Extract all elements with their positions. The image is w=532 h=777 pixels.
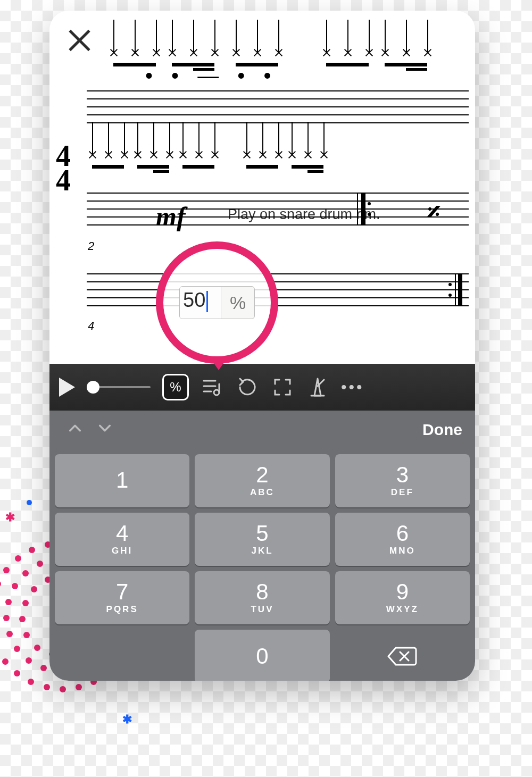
tempo-input-group: 50 % xyxy=(179,286,255,319)
svg-point-26 xyxy=(26,657,32,664)
svg-point-13 xyxy=(44,684,50,690)
svg-point-32 xyxy=(22,600,29,606)
keypad-delete[interactable] xyxy=(335,630,470,681)
svg-point-34 xyxy=(23,632,30,638)
keypad-2[interactable]: 2ABC xyxy=(195,454,329,507)
playback-toolbar: % ••• xyxy=(49,364,475,411)
svg-point-3 xyxy=(15,555,21,562)
svg-point-11 xyxy=(14,670,20,676)
svg-point-22 xyxy=(5,599,12,605)
svg-point-15 xyxy=(76,684,82,690)
svg-point-27 xyxy=(40,665,47,671)
svg-point-33 xyxy=(19,616,26,622)
prev-field-button[interactable] xyxy=(62,417,88,442)
tempo-percent-button[interactable]: % xyxy=(162,374,189,400)
tempo-popover-highlight: 50 % xyxy=(156,241,278,364)
ornament-marks: • • — • • xyxy=(145,64,475,85)
svg-point-2 xyxy=(29,547,35,553)
simile-mark: 𝄎 xyxy=(427,197,437,228)
keyboard-done-button[interactable]: Done xyxy=(422,421,462,439)
playlist-icon[interactable] xyxy=(201,375,224,399)
svg-point-4 xyxy=(3,567,10,573)
popover-pointer xyxy=(209,356,228,370)
staff-line-2: 𝄎 xyxy=(87,193,469,225)
metronome-icon[interactable] xyxy=(306,375,329,399)
fullscreen-icon[interactable] xyxy=(271,375,294,399)
svg-point-24 xyxy=(6,631,13,637)
measure-number: 4 xyxy=(88,319,94,333)
loop-icon[interactable] xyxy=(236,375,259,399)
tempo-unit-label: % xyxy=(221,287,254,319)
keypad-6[interactable]: 6MNO xyxy=(335,513,470,566)
keypad-7[interactable]: 7PQRS xyxy=(55,571,189,624)
svg-point-31 xyxy=(31,586,37,592)
svg-point-5 xyxy=(0,581,1,587)
keypad-1[interactable]: 1 xyxy=(55,454,189,507)
more-options-button[interactable]: ••• xyxy=(341,378,364,396)
svg-point-12 xyxy=(28,679,34,685)
next-field-button[interactable] xyxy=(92,417,118,442)
keypad-blank xyxy=(55,630,189,681)
staff-line-1 xyxy=(87,90,469,123)
keypad-4[interactable]: 4GHI xyxy=(55,513,189,566)
svg-point-14 xyxy=(60,686,66,692)
svg-point-25 xyxy=(14,646,20,652)
keypad-9[interactable]: 9WXYZ xyxy=(335,571,470,624)
svg-point-20 xyxy=(22,570,29,577)
keypad-3[interactable]: 3DEF xyxy=(335,454,470,507)
numeric-keypad: 1 2ABC 3DEF 4GHI 5JKL 6MNO 7PQRS 8TUV 9W… xyxy=(49,449,475,681)
keypad-8[interactable]: 8TUV xyxy=(195,571,329,624)
seek-slider[interactable] xyxy=(87,386,151,388)
svg-point-21 xyxy=(12,583,18,589)
tempo-value-input[interactable]: 50 xyxy=(180,287,221,319)
keypad-5[interactable]: 5JKL xyxy=(195,513,329,566)
time-signature: 4 4 xyxy=(56,144,71,193)
svg-point-10 xyxy=(2,658,9,665)
svg-point-19 xyxy=(37,561,43,567)
phone-frame: • • — • • 4 4 xyxy=(49,11,475,681)
play-button[interactable] xyxy=(59,378,75,397)
keypad-0[interactable]: 0 xyxy=(195,630,329,681)
svg-point-35 xyxy=(34,645,40,651)
svg-point-23 xyxy=(3,615,10,621)
keyboard-accessory-bar: Done xyxy=(49,411,475,449)
measure-number: 2 xyxy=(88,239,94,253)
close-button[interactable] xyxy=(65,27,93,54)
